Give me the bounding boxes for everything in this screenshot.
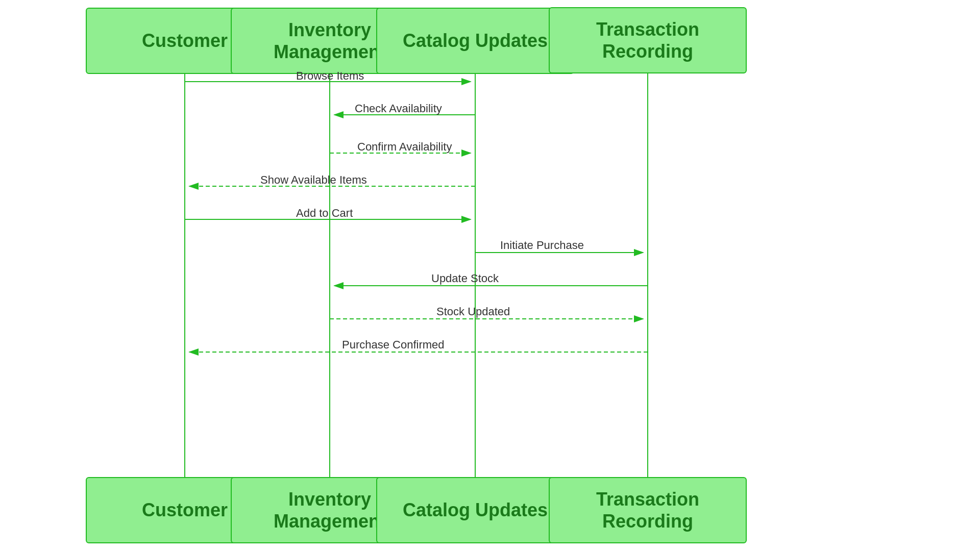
label-stock-updated: Stock Updated	[436, 305, 510, 318]
actor-catalog-top: Catalog Updates	[376, 8, 574, 74]
actor-transaction-top: Transaction Recording	[549, 7, 747, 73]
actor-customer-top-label: Customer	[142, 30, 228, 52]
label-purchase-confirmed: Purchase Confirmed	[342, 338, 445, 352]
label-browse-items: Browse Items	[296, 69, 364, 83]
label-update-stock: Update Stock	[431, 272, 499, 285]
sequence-diagram: Customer Inventory Management Catalog Up…	[0, 0, 980, 551]
label-initiate-purchase: Initiate Purchase	[500, 239, 584, 252]
label-confirm-availability: Confirm Availability	[357, 140, 452, 154]
actor-catalog-bottom-label: Catalog Updates	[403, 499, 548, 521]
label-check-availability: Check Availability	[355, 102, 442, 115]
actor-transaction-bottom: Transaction Recording	[549, 477, 747, 543]
actor-catalog-bottom: Catalog Updates	[376, 477, 574, 543]
label-show-available-items: Show Available Items	[260, 173, 367, 187]
actor-customer-bottom-label: Customer	[142, 499, 228, 521]
label-add-to-cart: Add to Cart	[296, 207, 353, 220]
actor-catalog-top-label: Catalog Updates	[403, 30, 548, 52]
actor-transaction-top-label: Transaction Recording	[550, 18, 746, 62]
actor-transaction-bottom-label: Transaction Recording	[550, 488, 746, 532]
